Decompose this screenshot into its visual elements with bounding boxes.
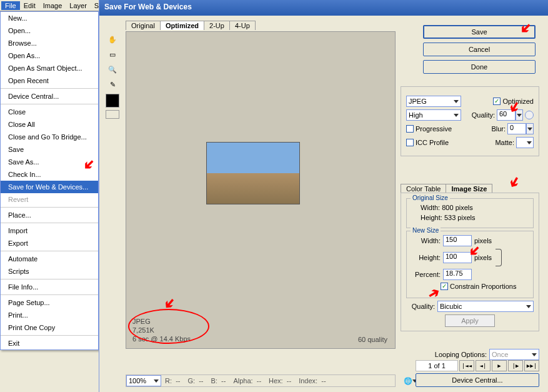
prev-frame-button[interactable]: ◄| xyxy=(476,360,491,371)
file-print[interactable]: Print... xyxy=(1,309,98,321)
file-save[interactable]: Save xyxy=(1,143,98,156)
menubar[interactable]: File Edit Image Layer Sele xyxy=(0,0,99,11)
preview-quality: 60 quality xyxy=(358,336,387,343)
zoom-combo[interactable]: 100% xyxy=(126,375,161,386)
constrain-checkbox[interactable]: ✓ xyxy=(441,283,448,290)
file-checkin[interactable]: Check In... xyxy=(1,168,98,181)
file-close[interactable]: Close xyxy=(1,106,98,118)
first-frame-button[interactable]: |◄◄ xyxy=(459,360,474,371)
quality-mask-button[interactable] xyxy=(525,111,534,119)
quality-compress-select[interactable]: High xyxy=(406,109,461,121)
preview-format: JPEG xyxy=(132,317,191,326)
format-value: JPEG xyxy=(409,98,427,105)
tab-original[interactable]: Original xyxy=(126,21,161,30)
file-browse[interactable]: Browse... xyxy=(1,37,98,49)
file-exit[interactable]: Exit xyxy=(1,337,98,349)
optimized-label: Optimized xyxy=(502,98,534,105)
zoom-tool-icon[interactable]: 🔍 xyxy=(106,63,119,76)
play-button[interactable]: ▶ xyxy=(492,360,507,371)
icc-label: ICC Profile xyxy=(416,139,449,146)
menu-file[interactable]: File xyxy=(1,1,20,10)
menu-edit[interactable]: Edit xyxy=(20,1,39,10)
file-open[interactable]: Open... xyxy=(1,24,98,37)
file-openrecent[interactable]: Open Recent xyxy=(1,74,98,87)
frame-nav: 1 of 1 |◄◄ ◄| ▶ |▶ ▶▶| xyxy=(401,360,539,371)
file-openas[interactable]: Open As... xyxy=(1,49,98,62)
preview-tabs: Original Optimized 2-Up 4-Up xyxy=(126,21,255,30)
file-saveforweb[interactable]: Save for Web & Devices... xyxy=(1,181,98,193)
preview-pane[interactable]: JPEG 7,251K 6 sec @ 14.4 Kbps 60 quality xyxy=(126,31,396,349)
last-frame-button[interactable]: ▶▶| xyxy=(524,360,539,371)
tab-optimized[interactable]: Optimized xyxy=(160,21,204,30)
image-thumbnail xyxy=(206,142,300,204)
format-select[interactable]: JPEG xyxy=(406,96,461,107)
menu-layer[interactable]: Layer xyxy=(66,1,91,10)
new-size-fieldset: New Size Width: 150 pixels Height: 100 p… xyxy=(406,231,534,298)
chevron-down-icon xyxy=(527,128,532,131)
file-automate[interactable]: Automate xyxy=(1,253,98,265)
looping-label: Looping Options: xyxy=(435,351,487,358)
blur-label: Blur: xyxy=(491,125,506,133)
blur-spinner[interactable] xyxy=(526,123,534,134)
preview-size: 7,251K xyxy=(132,326,191,334)
interp-quality-value: Bicubic xyxy=(440,303,462,310)
slice-select-tool-icon[interactable]: ▭ xyxy=(106,48,119,61)
tab-imagesize[interactable]: Image Size xyxy=(446,184,492,193)
percent-input[interactable]: 18.75 xyxy=(443,269,472,280)
next-frame-button[interactable]: |▶ xyxy=(508,360,523,371)
chevron-down-icon xyxy=(454,114,459,117)
frame-counter: 1 of 1 xyxy=(416,360,458,371)
interp-quality-label: Quality: xyxy=(406,303,435,310)
image-size-panel: Original Size Width: 800 pixels Height: … xyxy=(401,193,539,331)
icc-checkbox[interactable] xyxy=(406,139,414,146)
height-label: Height: xyxy=(412,254,441,261)
file-export[interactable]: Export xyxy=(1,237,98,249)
interp-quality-select[interactable]: Bicubic xyxy=(437,301,534,312)
file-fileinfo[interactable]: File Info... xyxy=(1,281,98,293)
device-central-button[interactable]: Device Central... xyxy=(416,373,539,387)
apply-button[interactable]: Apply xyxy=(445,314,495,327)
file-saveas[interactable]: Save As... xyxy=(1,156,98,168)
save-for-web-dialog: Save For Web & Devices ✋ ▭ 🔍 ✎ Original … xyxy=(99,0,548,392)
preview-info: JPEG 7,251K 6 sec @ 14.4 Kbps xyxy=(132,317,191,343)
toggle-slices-icon[interactable] xyxy=(106,110,119,119)
preview-time: 6 sec @ 14.4 Kbps xyxy=(132,334,191,343)
menu-image[interactable]: Image xyxy=(39,1,66,10)
progressive-label: Progressive xyxy=(416,125,452,133)
save-button[interactable]: Save xyxy=(423,25,536,39)
file-closeall[interactable]: Close All xyxy=(1,118,98,131)
width-input[interactable]: 150 xyxy=(443,235,472,246)
quality-spinner[interactable] xyxy=(516,109,523,121)
chevron-down-icon xyxy=(527,141,532,144)
tab-4up[interactable]: 4-Up xyxy=(229,21,256,30)
file-import[interactable]: Import xyxy=(1,224,98,237)
blur-input[interactable]: 0 xyxy=(507,123,526,134)
readout-r: R: -- xyxy=(161,377,184,384)
file-new[interactable]: New... xyxy=(1,12,98,24)
tab-colortable[interactable]: Color Table xyxy=(401,184,446,193)
cancel-button[interactable]: Cancel xyxy=(423,43,536,56)
file-opensmart[interactable]: Open As Smart Object... xyxy=(1,62,98,74)
file-printone[interactable]: Print One Copy xyxy=(1,321,98,334)
percent-label: Percent: xyxy=(412,271,441,278)
eyedropper-color-swatch[interactable] xyxy=(106,94,119,108)
file-pagesetup[interactable]: Page Setup... xyxy=(1,296,98,309)
file-place[interactable]: Place... xyxy=(1,209,98,221)
progressive-checkbox[interactable] xyxy=(406,125,414,133)
eyedropper-tool-icon[interactable]: ✎ xyxy=(106,78,119,91)
height-units: pixels xyxy=(474,254,492,261)
height-input[interactable]: 100 xyxy=(443,252,472,263)
optimize-settings-panel: JPEG ✓ Optimized High Quality: 60 Progre… xyxy=(401,86,539,156)
file-devicecentral[interactable]: Device Central... xyxy=(1,90,98,103)
file-scripts[interactable]: Scripts xyxy=(1,265,98,278)
hand-tool-icon[interactable]: ✋ xyxy=(106,33,119,46)
optimized-checkbox[interactable]: ✓ xyxy=(493,98,501,105)
chevron-down-icon xyxy=(517,114,522,117)
matte-swatch[interactable] xyxy=(516,137,534,148)
file-closebridge[interactable]: Close and Go To Bridge... xyxy=(1,131,98,143)
done-button[interactable]: Done xyxy=(423,60,536,74)
chevron-down-icon xyxy=(454,100,459,103)
looping-select: Once xyxy=(489,349,539,360)
quality-input[interactable]: 60 xyxy=(497,109,516,121)
tab-2up[interactable]: 2-Up xyxy=(204,21,230,30)
